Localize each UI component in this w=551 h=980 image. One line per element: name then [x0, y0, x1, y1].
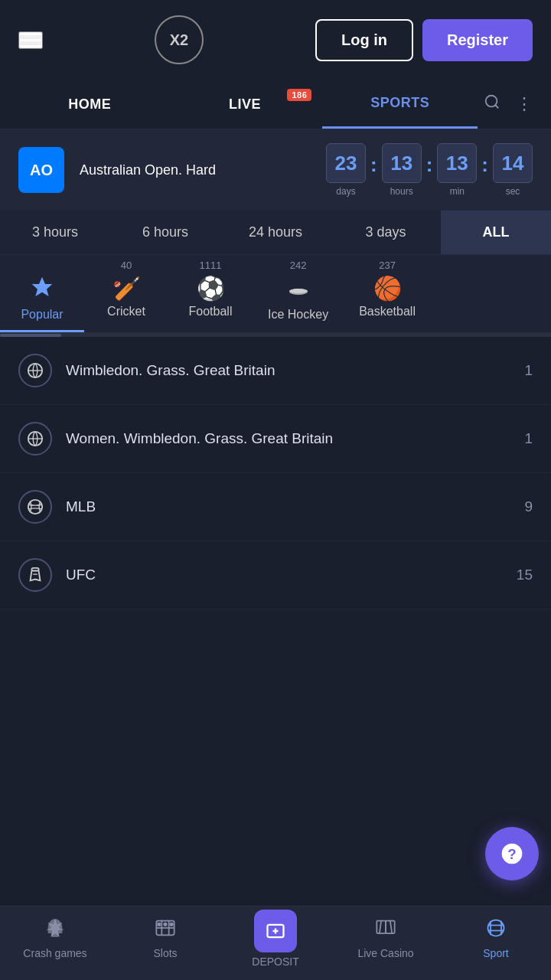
cat-football-label: Football: [189, 305, 233, 318]
cricket-icon: 🏏: [112, 275, 141, 302]
cat-popular-label: Popular: [21, 308, 63, 322]
sport-item-women-wimbledon[interactable]: Women. Wimbledon. Grass. Great Britain 1: [0, 405, 551, 473]
time-btn-6h[interactable]: 6 hours: [110, 211, 220, 254]
login-button[interactable]: Log in: [315, 19, 413, 61]
svg-point-4: [289, 289, 308, 293]
sport-nav-label: Sport: [483, 947, 508, 959]
football-icon: ⚽: [197, 275, 225, 302]
svg-text:?: ?: [507, 846, 516, 862]
cat-popular[interactable]: Popular: [0, 255, 84, 332]
slots-icon: [155, 917, 176, 944]
cat-ice-hockey-label: Ice Hockey: [268, 308, 328, 322]
basketball-icon: 🏀: [373, 275, 402, 302]
popular-icon: [30, 275, 54, 305]
tab-live[interactable]: LIVE 186: [168, 81, 323, 128]
mlb-count: 9: [524, 498, 533, 515]
menu-button[interactable]: [18, 31, 43, 49]
mlb-icon: [18, 490, 52, 524]
ice-hockey-icon: [286, 275, 311, 305]
more-icon[interactable]: ⋮: [516, 93, 533, 115]
nav-crash-games[interactable]: Crash games: [0, 906, 110, 980]
banner-title: Australian Open. Hard: [80, 162, 326, 178]
cat-basketball-label: Basketball: [359, 305, 416, 318]
nav-action-icons: ⋮: [478, 93, 539, 115]
sport-item-ufc[interactable]: UFC 15: [0, 541, 551, 609]
deposit-icon: [254, 910, 297, 952]
countdown-sec: 14 sec: [493, 143, 533, 197]
ufc-count: 15: [517, 567, 533, 583]
basketball-count: 237: [379, 260, 396, 271]
nav-deposit[interactable]: DEPOSIT: [220, 906, 331, 980]
sport-nav-icon: [485, 917, 507, 944]
live-casino-label: Live Casino: [357, 947, 413, 959]
scroll-thumb: [0, 334, 61, 337]
ufc-name: UFC: [66, 567, 517, 583]
tab-sports[interactable]: SPORTS: [322, 80, 478, 129]
sport-categories: Popular 40 🏏 Cricket 1111 ⚽ Football 242…: [0, 255, 551, 334]
countdown-hours: 13 hours: [382, 143, 422, 197]
auth-buttons: Log in Register: [315, 19, 533, 61]
cat-cricket-label: Cricket: [107, 305, 145, 318]
wimbledon-icon: [18, 354, 52, 387]
women-wimbledon-count: 1: [524, 430, 533, 447]
countdown-banner: AO Australian Open. Hard 23 days : 13 ho…: [0, 129, 551, 211]
live-casino-icon: [375, 917, 396, 944]
women-wimbledon-icon: [18, 422, 52, 456]
women-wimbledon-name: Women. Wimbledon. Grass. Great Britain: [66, 430, 524, 447]
cat-football[interactable]: 1111 ⚽ Football: [168, 255, 253, 332]
cricket-count: 40: [121, 260, 132, 271]
time-btn-3d[interactable]: 3 days: [331, 211, 441, 254]
svg-point-0: [486, 96, 497, 107]
cat-cricket[interactable]: 40 🏏 Cricket: [84, 255, 168, 332]
svg-point-19: [164, 923, 167, 926]
x2-badge: X2: [155, 15, 204, 64]
ao-logo: AO: [18, 147, 64, 193]
countdown-min: 13 min: [437, 143, 477, 197]
time-filter: 3 hours 6 hours 24 hours 3 days ALL: [0, 211, 551, 255]
football-count: 1111: [200, 260, 222, 271]
search-icon[interactable]: [484, 93, 500, 115]
live-badge: 186: [287, 89, 311, 101]
bottom-nav: Crash games Slots DEPOSIT: [0, 906, 551, 980]
nav-sport[interactable]: Sport: [441, 906, 551, 980]
svg-marker-2: [32, 277, 53, 296]
cat-basketball[interactable]: 237 🏀 Basketball: [344, 255, 431, 332]
wimbledon-count: 1: [524, 362, 533, 379]
svg-line-27: [390, 921, 392, 933]
nav-slots[interactable]: Slots: [110, 906, 220, 980]
svg-line-26: [380, 921, 381, 933]
svg-point-18: [158, 923, 161, 926]
time-btn-all[interactable]: ALL: [441, 211, 551, 254]
sport-list: Wimbledon. Grass. Great Britain 1 Women.…: [0, 337, 551, 609]
ice-hockey-count: 242: [290, 260, 307, 271]
svg-point-9: [28, 500, 42, 514]
cat-ice-hockey[interactable]: 242 Ice Hockey: [253, 255, 344, 332]
deposit-label: DEPOSIT: [252, 956, 298, 968]
fab-button[interactable]: ?: [485, 827, 539, 880]
wimbledon-name: Wimbledon. Grass. Great Britain: [66, 362, 524, 379]
crash-games-label: Crash games: [23, 947, 86, 959]
header: X2 Log in Register: [0, 0, 551, 80]
svg-point-20: [170, 923, 173, 926]
sport-item-mlb[interactable]: MLB 9: [0, 473, 551, 541]
mlb-name: MLB: [66, 498, 524, 515]
empty-area: [0, 609, 551, 763]
svg-line-1: [495, 105, 498, 108]
time-btn-3h[interactable]: 3 hours: [0, 211, 110, 254]
nav-tabs: HOME LIVE 186 SPORTS ⋮: [0, 80, 551, 129]
ufc-icon: [18, 558, 52, 592]
scroll-indicator: [0, 334, 551, 337]
time-btn-24h[interactable]: 24 hours: [220, 211, 331, 254]
slots-label: Slots: [153, 947, 177, 959]
countdown-boxes: 23 days : 13 hours : 13 min : 14 sec: [326, 143, 533, 197]
register-button[interactable]: Register: [422, 19, 533, 61]
tab-home[interactable]: HOME: [12, 81, 168, 128]
svg-rect-10: [31, 568, 38, 571]
crash-games-icon: [44, 917, 66, 944]
nav-live-casino[interactable]: Live Casino: [331, 906, 441, 980]
sport-item-wimbledon[interactable]: Wimbledon. Grass. Great Britain 1: [0, 337, 551, 405]
countdown-days: 23 days: [326, 143, 366, 197]
